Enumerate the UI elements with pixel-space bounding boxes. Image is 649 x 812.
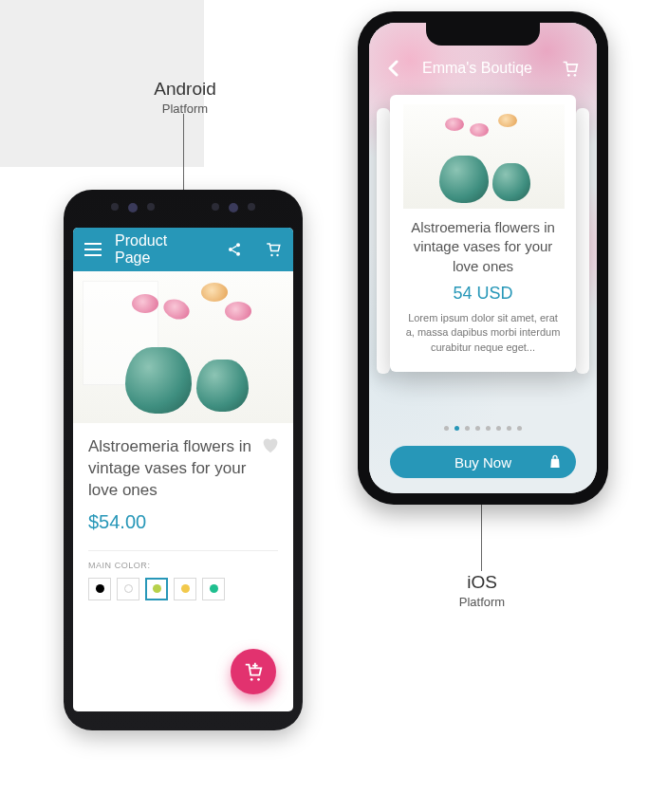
ios-topbar: Emma's Boutiqe xyxy=(369,51,597,85)
divider xyxy=(88,550,278,551)
favorite-icon[interactable] xyxy=(261,436,280,453)
svg-point-4 xyxy=(276,254,278,256)
buy-now-label: Buy Now xyxy=(454,454,511,471)
android-product-image[interactable] xyxy=(73,271,293,423)
add-to-cart-icon xyxy=(243,661,264,682)
ios-screen: Emma's Boutiqe Alstroemeria flowers in v… xyxy=(369,23,597,493)
color-swatch[interactable] xyxy=(88,578,111,600)
ios-connector-line xyxy=(481,503,482,571)
next-card-peek[interactable] xyxy=(576,108,589,374)
ios-label-title: iOS xyxy=(425,572,539,593)
add-to-cart-fab[interactable] xyxy=(231,649,276,694)
page-dot[interactable] xyxy=(475,426,480,431)
page-dot[interactable] xyxy=(454,426,459,431)
ios-product-price: 54 USD xyxy=(403,284,563,304)
appbar-title: Product Page xyxy=(115,232,200,267)
android-connector-line xyxy=(183,114,184,192)
shopping-bag-icon xyxy=(547,454,563,470)
android-appbar: Product Page xyxy=(73,228,293,271)
android-label-title: Android xyxy=(133,79,237,100)
page-indicator[interactable] xyxy=(369,426,597,431)
android-label-subtitle: Platform xyxy=(133,102,237,116)
menu-icon[interactable] xyxy=(84,243,102,256)
svg-point-8 xyxy=(574,74,577,77)
page-dot[interactable] xyxy=(507,426,511,431)
ios-product-desc: Lorem ipsum dolor sit amet, erat a, mass… xyxy=(403,311,563,355)
color-swatch[interactable] xyxy=(145,578,168,600)
ios-product-image xyxy=(403,104,565,209)
android-product-body: Alstroemeria flowers in vintage vases fo… xyxy=(73,423,293,610)
ios-platform-label: iOS Platform xyxy=(425,572,539,609)
svg-point-0 xyxy=(236,243,240,247)
ios-phone-frame: Emma's Boutiqe Alstroemeria flowers in v… xyxy=(358,11,608,505)
svg-point-5 xyxy=(250,678,253,681)
page-dot[interactable] xyxy=(465,426,470,431)
svg-point-7 xyxy=(567,74,570,77)
svg-point-6 xyxy=(257,678,260,681)
ios-product-title: Alstroemeria flowers in vintage vases fo… xyxy=(403,218,563,276)
ios-header-title: Emma's Boutiqe xyxy=(394,60,561,77)
buy-now-button[interactable]: Buy Now xyxy=(390,446,576,478)
ios-label-subtitle: Platform xyxy=(425,595,539,609)
svg-point-1 xyxy=(229,248,232,251)
color-swatch[interactable] xyxy=(202,578,225,600)
svg-point-3 xyxy=(270,254,272,256)
android-product-title: Alstroemeria flowers in vintage vases fo… xyxy=(88,436,278,502)
prev-card-peek[interactable] xyxy=(377,108,390,374)
color-picker-label: MAIN COLOR: xyxy=(88,561,278,570)
android-screen: Product Page Alstroemeria flowers in vin… xyxy=(73,228,293,711)
ios-product-card[interactable]: Alstroemeria flowers in vintage vases fo… xyxy=(390,95,576,372)
share-icon[interactable] xyxy=(227,242,242,257)
ios-notch xyxy=(426,23,540,46)
android-platform-label: Android Platform xyxy=(133,79,237,116)
color-swatch[interactable] xyxy=(117,578,139,600)
android-sensors xyxy=(64,203,303,212)
svg-point-2 xyxy=(236,252,240,256)
page-dot[interactable] xyxy=(444,426,449,431)
android-product-price: $54.00 xyxy=(88,511,278,533)
page-dot[interactable] xyxy=(486,426,491,431)
cart-icon[interactable] xyxy=(265,241,282,258)
color-swatch[interactable] xyxy=(174,578,196,600)
page-dot[interactable] xyxy=(517,426,522,431)
cart-icon[interactable] xyxy=(561,60,580,77)
android-phone-frame: Product Page Alstroemeria flowers in vin… xyxy=(64,190,303,730)
color-swatch-row xyxy=(88,578,278,600)
page-dot[interactable] xyxy=(496,426,501,431)
